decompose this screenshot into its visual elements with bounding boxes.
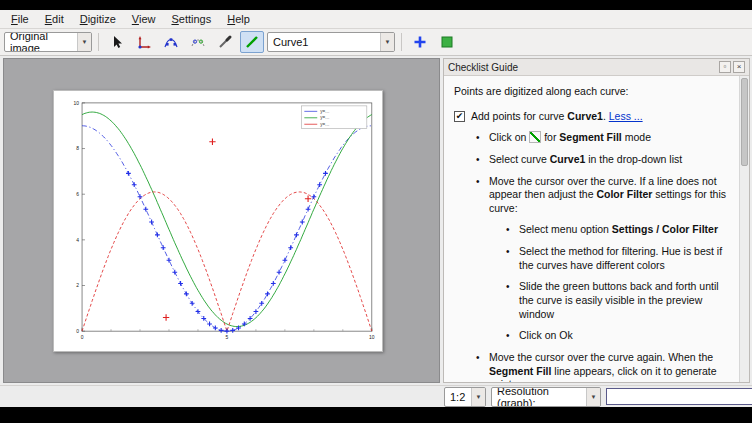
checklist-bullet-item: •Select curve Curve1 in the drop-down li…: [476, 153, 727, 167]
float-panel-button[interactable]: ▫: [719, 61, 731, 73]
svg-text:10: 10: [369, 335, 375, 340]
toolbar-separator: [401, 33, 402, 51]
bullet-icon: •: [476, 131, 489, 145]
menu-help[interactable]: Help: [219, 11, 258, 27]
main-area: 02468100510y=…y=…y=… Checklist Guide ▫ ×…: [0, 56, 752, 385]
chevron-down-icon: ▼: [77, 33, 91, 51]
checklist-guide-panel: Checklist Guide ▫ × Points are digitized…: [443, 58, 750, 383]
axis-point-icon: [136, 34, 152, 50]
document-canvas[interactable]: 02468100510y=…y=…y=…: [3, 58, 440, 383]
svg-text:y=…: y=…: [320, 115, 329, 120]
curve-selector-value: Curve1: [273, 36, 308, 48]
checklist-item-text: Click on for Segment Fill mode: [489, 131, 651, 145]
svg-text:6: 6: [76, 192, 79, 197]
resolution-value: Resolution (graph):: [497, 387, 586, 407]
menu-settings[interactable]: Settings: [163, 11, 219, 27]
scrollbar-thumb[interactable]: [741, 78, 748, 166]
segment-fill-icon: [244, 34, 260, 50]
statusbar: 1:2 ▼ Resolution (graph): ▼: [0, 385, 752, 407]
color-picker-tool-button[interactable]: [213, 31, 237, 53]
bullet-icon: •: [476, 351, 489, 382]
menu-file[interactable]: File: [3, 11, 37, 27]
status-input[interactable]: [606, 388, 752, 405]
bullet-icon: •: [506, 223, 519, 237]
checklist-bullet-item: •Select the method for filtering. Hue is…: [506, 245, 727, 272]
graph-plot: 02468100510y=…y=…y=…: [54, 91, 382, 351]
checklist-bullet-item: •Click on for Segment Fill mode: [476, 131, 727, 145]
curve-point-tool-button[interactable]: [159, 31, 183, 53]
points-crosshair-button[interactable]: [408, 31, 432, 53]
screen: FileEditDigitizeViewSettingsHelp Origina…: [0, 0, 752, 423]
menu-digitize[interactable]: Digitize: [72, 11, 124, 27]
background-selector-combo[interactable]: Original image ▼: [4, 32, 92, 52]
checklist-guide-titlebar[interactable]: Checklist Guide ▫ ×: [444, 59, 749, 76]
app-window: FileEditDigitizeViewSettingsHelp Origina…: [0, 10, 752, 407]
bullet-icon: •: [506, 245, 519, 272]
svg-text:0: 0: [76, 329, 79, 334]
checklist-items: ✔Add points for curve Curve1. Less ...•C…: [454, 110, 727, 382]
svg-text:5: 5: [226, 335, 229, 340]
chevron-down-icon: ▼: [471, 388, 485, 406]
zoom-combo[interactable]: 1:2 ▼: [444, 387, 486, 407]
checklist-item-text: Slide the green buttons back and forth u…: [519, 280, 727, 321]
vertical-scrollbar[interactable]: [739, 76, 749, 382]
checklist-item-text: Click on Ok: [519, 329, 573, 343]
close-panel-button[interactable]: ×: [733, 61, 745, 73]
curve-point-icon: [163, 34, 179, 50]
svg-text:8: 8: [76, 146, 79, 151]
checklist-item-text: Move the cursor over the curve again. Wh…: [489, 351, 727, 382]
checklist-bullet-item: •Select menu option Settings / Color Fil…: [506, 223, 727, 237]
color-picker-icon: [217, 34, 233, 50]
checklist-item-text: Select menu option Settings / Color Filt…: [519, 223, 718, 237]
checklist-intro: Points are digitized along each curve:: [454, 85, 727, 99]
chevron-down-icon: ▼: [586, 388, 600, 406]
color-filter-button[interactable]: [435, 31, 459, 53]
select-tool-button[interactable]: [105, 31, 129, 53]
checklist-item-text: Add points for curve Curve1. Less ...: [471, 110, 643, 124]
green-square-icon: [439, 34, 455, 50]
checkbox-checked[interactable]: ✔: [454, 111, 465, 122]
checklist-guide-title: Checklist Guide: [448, 62, 518, 73]
checklist-link[interactable]: Less ...: [609, 110, 643, 122]
chevron-down-icon: ▼: [380, 33, 394, 51]
cursor-icon: [109, 34, 125, 50]
point-match-icon: [190, 34, 206, 50]
checklist-guide-body: Points are digitized along each curve: ✔…: [444, 76, 749, 382]
checklist-checkbox-item: ✔Add points for curve Curve1. Less ...: [454, 110, 727, 124]
checklist-bullet-item: •Slide the green buttons back and forth …: [506, 280, 727, 321]
checklist-item-text: Move the cursor over the curve. If a lin…: [489, 175, 727, 216]
background-selector-value: Original image: [10, 32, 77, 52]
graph-image[interactable]: 02468100510y=…y=…y=…: [53, 90, 383, 352]
menu-edit[interactable]: Edit: [37, 11, 72, 27]
checklist-item-text: Select the method for filtering. Hue is …: [519, 245, 727, 272]
svg-text:4: 4: [76, 238, 79, 243]
blue-cross-icon: [412, 34, 428, 50]
bullet-icon: •: [506, 280, 519, 321]
checklist-item-text: Select curve Curve1 in the drop-down lis…: [489, 153, 682, 167]
panel-buttons: ▫ ×: [719, 61, 745, 73]
bullet-icon: •: [506, 329, 519, 343]
svg-text:y=…: y=…: [320, 122, 329, 127]
checklist-bullet-item: •Move the cursor over the curve again. W…: [476, 351, 727, 382]
segment-fill-tool-button[interactable]: [240, 31, 264, 53]
checklist-bullet-item: •Click on Ok: [506, 329, 727, 343]
toolbar: Original image ▼ Curve1: [0, 29, 752, 56]
zoom-value: 1:2: [450, 391, 465, 403]
bullet-icon: •: [476, 153, 489, 167]
svg-text:10: 10: [74, 101, 80, 106]
menubar: FileEditDigitizeViewSettingsHelp: [0, 10, 752, 29]
resolution-combo[interactable]: Resolution (graph): ▼: [491, 387, 601, 407]
bullet-icon: •: [476, 175, 489, 216]
toolbar-separator: [98, 33, 99, 51]
svg-text:y=…: y=…: [320, 109, 329, 114]
checklist-bullet-item: •Move the cursor over the curve. If a li…: [476, 175, 727, 216]
axis-point-tool-button[interactable]: [132, 31, 156, 53]
svg-text:2: 2: [76, 283, 79, 288]
menu-view[interactable]: View: [124, 11, 164, 27]
segment-fill-icon: [529, 131, 541, 143]
svg-text:0: 0: [81, 335, 84, 340]
curve-selector-combo[interactable]: Curve1 ▼: [267, 32, 395, 52]
point-match-tool-button[interactable]: [186, 31, 210, 53]
